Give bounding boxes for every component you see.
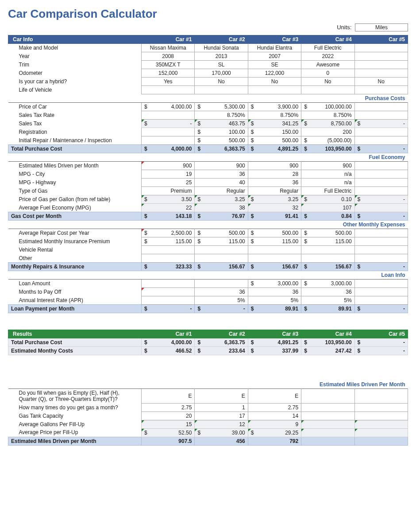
value-cell[interactable]: $466.52 (142, 347, 195, 355)
value-cell[interactable]: 36 (248, 288, 301, 296)
value-cell[interactable]: 17 (195, 412, 248, 420)
value-cell[interactable]: 38 (195, 204, 248, 212)
value-cell[interactable] (142, 86, 195, 94)
value-cell[interactable]: $247.42 (301, 347, 354, 355)
value-cell[interactable]: $103,950.00 (301, 145, 354, 153)
value-cell[interactable]: 900 (195, 162, 248, 170)
value-cell[interactable]: E (195, 389, 248, 404)
value-cell[interactable] (248, 246, 301, 254)
value-cell[interactable]: $- (354, 305, 408, 313)
value-cell[interactable] (354, 187, 408, 195)
value-cell[interactable]: $29.25 (248, 428, 301, 437)
value-cell[interactable]: No (301, 78, 354, 86)
value-cell[interactable]: $233.64 (195, 347, 248, 355)
value-cell[interactable]: $- (354, 195, 408, 204)
value-cell[interactable]: Awesome (301, 61, 354, 69)
value-cell[interactable]: 0 (301, 69, 354, 78)
value-cell[interactable]: $3.25 (248, 195, 301, 204)
value-cell[interactable]: 350MZX T (142, 61, 195, 69)
value-cell[interactable]: $500.00 (195, 136, 248, 145)
value-cell[interactable]: $143.18 (142, 212, 195, 221)
value-cell[interactable]: Regular (195, 187, 248, 195)
value-cell[interactable] (354, 204, 408, 212)
value-cell[interactable] (354, 52, 408, 61)
value-cell[interactable]: $4,891.25 (248, 338, 301, 347)
value-cell[interactable]: Hundai Sonata (195, 44, 248, 52)
value-cell[interactable] (301, 403, 354, 412)
value-cell[interactable] (301, 428, 354, 437)
value-cell[interactable]: n/a (301, 170, 354, 179)
value-cell[interactable] (354, 61, 408, 69)
value-cell[interactable]: SL (195, 61, 248, 69)
value-cell[interactable]: $3,000.00 (248, 280, 301, 288)
value-cell[interactable] (354, 288, 408, 296)
value-cell[interactable]: 907.5 (142, 437, 195, 445)
value-cell[interactable]: 900 (248, 162, 301, 170)
value-cell[interactable]: $- (142, 305, 195, 313)
value-cell[interactable]: 8.750% (195, 111, 248, 120)
value-cell[interactable] (301, 437, 354, 445)
value-cell[interactable]: $115.00 (248, 237, 301, 246)
value-cell[interactable]: $115.00 (195, 237, 248, 246)
value-cell[interactable] (248, 86, 301, 94)
value-cell[interactable]: 5% (195, 296, 248, 305)
value-cell[interactable]: $115.00 (301, 237, 354, 246)
value-cell[interactable] (354, 389, 408, 404)
value-cell[interactable]: Nissan Maxima (142, 44, 195, 52)
value-cell[interactable]: $4,891.25 (248, 145, 301, 153)
value-cell[interactable]: SE (248, 61, 301, 69)
value-cell[interactable] (142, 128, 195, 136)
value-cell[interactable] (354, 403, 408, 412)
value-cell[interactable]: No (195, 78, 248, 86)
value-cell[interactable]: 200 (301, 128, 354, 136)
value-cell[interactable]: $4,000.00 (142, 338, 195, 347)
value-cell[interactable]: 2.75 (142, 403, 195, 412)
value-cell[interactable] (354, 69, 408, 78)
value-cell[interactable]: $2,500.00 (142, 229, 195, 237)
value-cell[interactable]: 900 (142, 162, 195, 170)
value-cell[interactable] (354, 254, 408, 263)
value-cell[interactable] (301, 86, 354, 94)
value-cell[interactable]: 19 (142, 170, 195, 179)
value-cell[interactable]: $115.00 (142, 237, 195, 246)
value-cell[interactable]: $3.50 (142, 195, 195, 204)
value-cell[interactable] (354, 428, 408, 437)
value-cell[interactable]: $- (354, 212, 408, 221)
value-cell[interactable] (354, 111, 408, 120)
value-cell[interactable] (354, 412, 408, 420)
value-cell[interactable]: n/a (301, 179, 354, 187)
value-cell[interactable] (354, 229, 408, 237)
value-cell[interactable] (354, 437, 408, 445)
value-cell[interactable]: 20 (142, 412, 195, 420)
value-cell[interactable]: $- (354, 120, 408, 128)
value-cell[interactable]: 14 (248, 412, 301, 420)
value-cell[interactable]: 40 (195, 179, 248, 187)
value-cell[interactable]: $463.75 (195, 120, 248, 128)
value-cell[interactable]: No (248, 78, 301, 86)
value-cell[interactable]: $39.00 (195, 428, 248, 437)
value-cell[interactable]: $(5,000.00) (301, 136, 354, 145)
value-cell[interactable]: $500.00 (301, 229, 354, 237)
value-cell[interactable]: $0.10 (301, 195, 354, 204)
value-cell[interactable]: $103,950.00 (301, 338, 354, 347)
value-cell[interactable]: $323.33 (142, 263, 195, 271)
value-cell[interactable]: $0.84 (301, 212, 354, 221)
value-cell[interactable] (195, 254, 248, 263)
value-cell[interactable]: 36 (195, 288, 248, 296)
units-value[interactable]: Miles (355, 23, 408, 31)
value-cell[interactable]: 122,000 (248, 69, 301, 78)
value-cell[interactable] (142, 136, 195, 145)
value-cell[interactable]: $3,000.00 (301, 280, 354, 288)
value-cell[interactable] (354, 86, 408, 94)
value-cell[interactable]: 22 (142, 204, 195, 212)
value-cell[interactable] (354, 280, 408, 288)
value-cell[interactable]: 170,000 (195, 69, 248, 78)
value-cell[interactable]: $3,900.00 (248, 103, 301, 111)
value-cell[interactable] (195, 86, 248, 94)
value-cell[interactable]: 8.750% (301, 111, 354, 120)
value-cell[interactable] (301, 246, 354, 254)
value-cell[interactable]: 28 (248, 170, 301, 179)
value-cell[interactable] (142, 111, 195, 120)
value-cell[interactable]: 5% (301, 296, 354, 305)
value-cell[interactable]: Regular (248, 187, 301, 195)
